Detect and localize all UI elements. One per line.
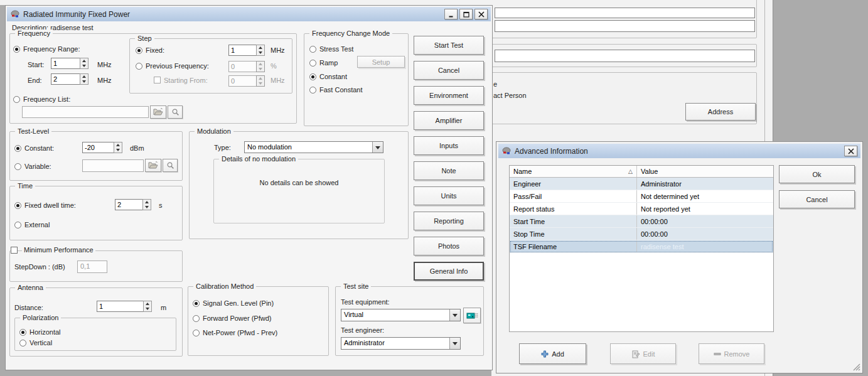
polarization-vertical-radio[interactable] (19, 340, 26, 346)
address-button[interactable]: Address (685, 103, 756, 121)
distance-spinner[interactable] (143, 301, 152, 312)
starting-from-field[interactable]: 0 (228, 75, 265, 87)
modulation-type-select[interactable]: No modulation (244, 141, 383, 153)
remove-button[interactable]: Remove (699, 343, 764, 364)
step-previous-radio[interactable] (136, 63, 142, 70)
close-icon[interactable] (474, 9, 488, 19)
advanced-information-dialog: Advanced Information Name △ Value Engine… (496, 141, 863, 373)
signal-gen-level-radio[interactable] (193, 300, 200, 307)
start-test-button[interactable]: Start Test (414, 36, 484, 55)
step-fixed-radio[interactable] (136, 47, 142, 54)
starting-from-checkbox[interactable] (154, 77, 161, 83)
general-info-button[interactable]: General Info (414, 262, 484, 281)
fixed-dwell-time-radio[interactable] (14, 202, 21, 209)
column-header-name[interactable]: Name △ (510, 166, 637, 177)
column-header-value[interactable]: Value (637, 166, 773, 177)
constant-mode-radio[interactable] (309, 73, 316, 80)
end-frequency-field[interactable]: 2 (51, 73, 88, 85)
net-power-radio[interactable] (193, 330, 200, 336)
background-field-1[interactable] (495, 8, 755, 18)
dwell-time-field[interactable]: 2 (115, 199, 151, 210)
frequency-range-radio[interactable] (13, 46, 20, 53)
test-level-variable-field[interactable] (82, 159, 144, 172)
resize-grip[interactable] (852, 363, 860, 371)
variable-browse-button[interactable] (145, 159, 161, 172)
step-previous-field[interactable]: 0 (228, 61, 265, 72)
stepdown-value: 0,1 (80, 262, 90, 270)
setup-button[interactable]: Setup (357, 56, 405, 68)
dwell-time-spinner[interactable] (142, 199, 151, 210)
starting-from-label: Starting From: (164, 77, 208, 85)
units-button[interactable]: Units (414, 186, 484, 205)
inputs-button[interactable]: Inputs (414, 136, 484, 155)
table-row-stop-time[interactable]: Stop Time 00:00:00 (510, 228, 773, 240)
test-site-group-label: Test site (341, 282, 371, 291)
test-level-value[interactable]: -20 (82, 142, 114, 153)
ok-button[interactable]: Ok (779, 165, 855, 183)
cancel-button[interactable]: Cancel (779, 190, 855, 208)
frequency-list-view-button[interactable] (168, 105, 183, 119)
background-field-2[interactable] (495, 20, 755, 32)
polarization-group-label: Polarization (20, 314, 61, 322)
minimize-button[interactable] (444, 9, 458, 19)
forward-power-radio[interactable] (193, 315, 200, 322)
step-fixed-field[interactable]: 1 (228, 45, 265, 56)
chevron-down-icon[interactable] (449, 338, 460, 349)
environment-button[interactable]: Environment (414, 86, 484, 105)
magnifier-icon (171, 108, 179, 116)
starting-from-value[interactable]: 0 (228, 75, 256, 87)
edit-button[interactable]: Edit (610, 343, 676, 364)
stepdown-field[interactable]: 0,1 (77, 261, 107, 273)
test-engineer-select[interactable]: Administrator (341, 337, 461, 350)
variable-view-button[interactable] (163, 159, 178, 172)
background-field-3[interactable] (495, 50, 755, 62)
inputs-label: Inputs (439, 142, 458, 149)
table-row-tsf-filename[interactable]: TSF Filename radisense test (510, 240, 773, 253)
advanced-dialog-title: Advanced Information (515, 147, 588, 156)
frequency-list-field[interactable] (22, 106, 149, 118)
starting-from-spinner[interactable] (256, 75, 265, 87)
frequency-list-radio[interactable] (13, 96, 20, 103)
minimum-performance-checkbox[interactable] (11, 247, 18, 254)
end-frequency-value[interactable]: 2 (51, 73, 80, 85)
step-fixed-value[interactable]: 1 (228, 45, 256, 56)
test-level-constant-radio[interactable] (14, 145, 21, 152)
chevron-down-icon[interactable] (449, 309, 460, 321)
external-time-radio[interactable] (14, 222, 21, 228)
step-previous-spinner[interactable] (256, 61, 265, 72)
table-row-report-status[interactable]: Report status Not reported yet (510, 203, 773, 215)
maximize-button[interactable] (459, 9, 473, 19)
step-fixed-spinner[interactable] (256, 45, 265, 56)
start-frequency-value[interactable]: 1 (51, 58, 80, 69)
note-button[interactable]: Note (414, 161, 484, 180)
test-level-variable-radio[interactable] (14, 163, 21, 170)
table-row-start-time[interactable]: Start Time 00:00:00 (510, 215, 773, 228)
polarization-horizontal-radio[interactable] (19, 329, 26, 336)
reporting-button[interactable]: Reporting (414, 212, 484, 230)
table-row-engineer[interactable]: Engineer Administrator (510, 178, 773, 190)
start-frequency-field[interactable]: 1 (51, 58, 88, 69)
test-level-spinner[interactable] (114, 142, 122, 153)
end-frequency-spinner[interactable] (80, 73, 88, 85)
chevron-down-icon[interactable] (372, 142, 383, 153)
add-button[interactable]: Add (519, 343, 586, 364)
frequency-list-browse-button[interactable] (150, 105, 166, 119)
test-equipment-select[interactable]: Virtual (341, 309, 461, 321)
distance-value[interactable]: 1 (97, 301, 143, 312)
stress-test-radio[interactable] (309, 46, 316, 53)
fast-constant-radio[interactable] (309, 87, 316, 94)
photos-button[interactable]: Photos (414, 237, 484, 255)
test-level-field[interactable]: -20 (82, 142, 122, 153)
row-value: 00:00:00 (641, 218, 668, 225)
step-previous-value[interactable]: 0 (228, 61, 256, 72)
dwell-time-value[interactable]: 2 (115, 199, 142, 210)
ramp-radio[interactable] (309, 60, 316, 67)
amplifier-button[interactable]: Amplifier (414, 111, 484, 130)
row-name: Stop Time (513, 230, 545, 238)
cancel-button[interactable]: Cancel (414, 61, 484, 80)
test-equipment-config-button[interactable] (463, 308, 481, 323)
start-frequency-spinner[interactable] (80, 58, 88, 69)
close-icon[interactable] (844, 146, 857, 156)
table-row-pass-fail[interactable]: Pass/Fail Not determined yet (510, 190, 773, 203)
distance-field[interactable]: 1 (97, 301, 152, 312)
